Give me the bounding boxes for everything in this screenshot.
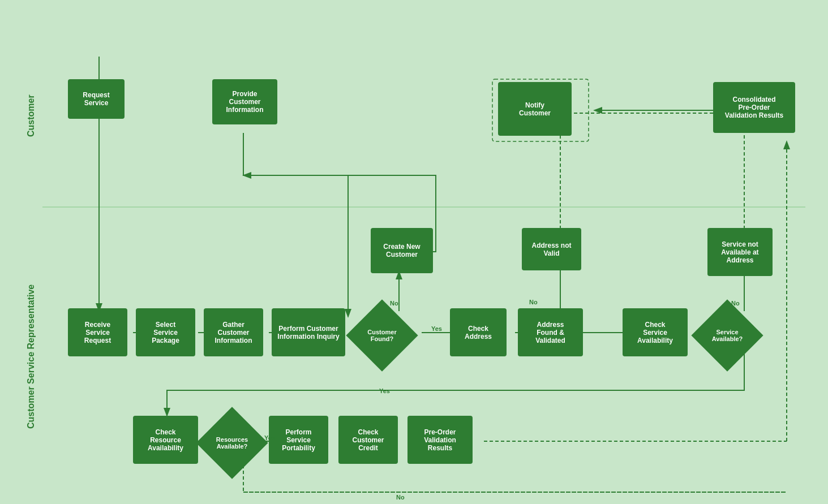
request-service-node: RequestService	[68, 79, 125, 119]
receive-service-request-node: ReceiveServiceRequest	[68, 308, 127, 356]
check-service-availability-node: CheckServiceAvailability	[623, 308, 688, 356]
swimlane-label-customer: Customer	[23, 40, 40, 192]
service-not-available-node: Service notAvailable atAddress	[707, 228, 773, 276]
swimlane-label-csr: Customer Service Representative	[23, 215, 40, 498]
address-found-node: AddressFound &Validated	[518, 308, 583, 356]
diagram-container: Customer Customer Service Representative	[23, 23, 805, 493]
check-address-node: CheckAddress	[450, 308, 507, 356]
address-not-valid-node: Address notValid	[522, 228, 581, 270]
no-label-customer-found: No	[390, 300, 398, 307]
no-label-address: No	[529, 299, 538, 305]
no-label-resources: No	[396, 494, 405, 501]
pre-order-validation-node: Pre-OrderValidationResults	[407, 416, 473, 464]
gather-customer-info-node: GatherCustomerInformation	[204, 308, 263, 356]
consolidated-results-node: ConsolidatedPre-OrderValidation Results	[713, 82, 795, 133]
select-service-package-node: SelectServicePackage	[136, 308, 195, 356]
yes-label-customer-found: Yes	[431, 325, 442, 332]
notify-customer-node: NotifyCustomer	[498, 82, 572, 136]
swimlane-divider	[42, 206, 805, 208]
yes-label-service-avail: Yes	[379, 387, 390, 394]
service-available-node: ServiceAvailable?	[691, 299, 763, 371]
check-resource-availability-node: CheckResourceAvailability	[133, 416, 198, 464]
provide-customer-info-node: ProvideCustomerInformation	[212, 79, 277, 124]
customer-found-node: CustomerFound?	[346, 299, 418, 371]
perform-service-portability-node: PerformServicePortability	[269, 416, 328, 464]
yes-label-resources: Yes	[264, 434, 275, 441]
no-label-service-avail: No	[731, 300, 740, 307]
create-new-customer-node: Create NewCustomer	[371, 228, 433, 273]
check-customer-credit-node: CheckCustomerCredit	[338, 416, 398, 464]
perform-inquiry-node: Perform CustomerInformation Inquiry	[272, 308, 345, 356]
resources-available-node: ResourcesAvailable?	[196, 407, 268, 479]
